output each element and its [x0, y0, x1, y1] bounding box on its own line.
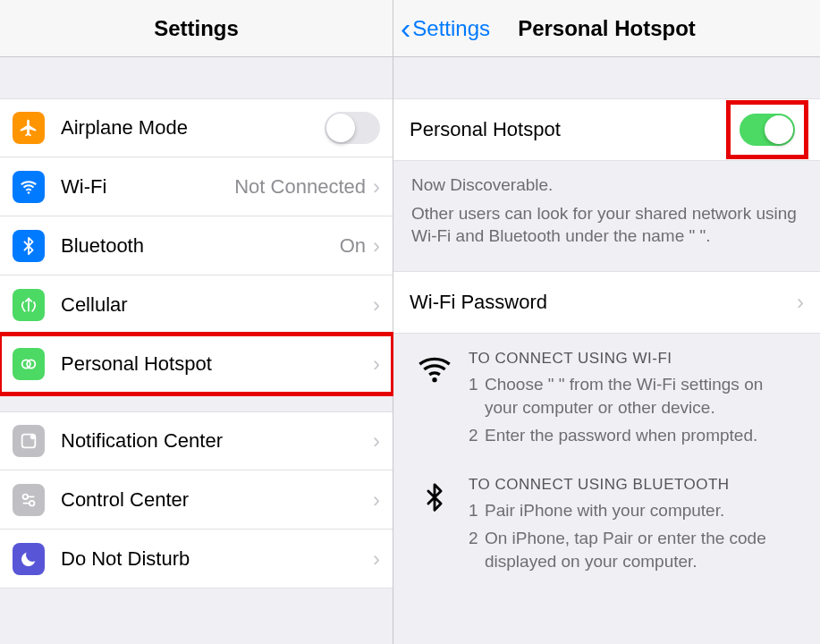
hotspot-toggle-row: Personal Hotspot — [393, 98, 820, 161]
hotspot-toggle[interactable] — [740, 114, 795, 146]
chevron-right-icon: › — [373, 292, 380, 318]
chevron-right-icon: › — [373, 174, 380, 199]
svg-point-4 — [30, 435, 36, 440]
hotspot-icon — [13, 348, 45, 380]
svg-point-0 — [28, 191, 30, 194]
chevron-right-icon: › — [373, 487, 380, 513]
moon-icon — [13, 543, 45, 575]
svg-point-5 — [23, 494, 28, 499]
chevron-right-icon: › — [373, 352, 380, 377]
sidebar-item-cellular[interactable]: Cellular › — [0, 275, 393, 335]
wifi-instructions: TO CONNECT USING WI-FI 1Choose " " from … — [393, 334, 820, 460]
left-navbar: Settings — [0, 0, 393, 57]
sidebar-item-do-not-disturb[interactable]: Do Not Disturb › — [0, 530, 393, 589]
bluetooth-glyph-icon — [415, 478, 454, 517]
wifi-instr-step-2: 2Enter the password when prompted. — [469, 424, 800, 447]
wifi-instr-step-1: 1Choose " " from the Wi-Fi settings on y… — [469, 373, 800, 419]
bt-instr-head: TO CONNECT USING BLUETOOTH — [469, 476, 800, 494]
wifi-icon — [13, 171, 45, 203]
detail-pane: ‹ Settings Personal Hotspot Personal Hot… — [393, 0, 820, 644]
do-not-disturb-label: Do Not Disturb — [61, 547, 373, 571]
right-navbar: ‹ Settings Personal Hotspot — [393, 0, 820, 57]
chevron-right-icon: › — [373, 233, 380, 258]
sidebar-item-personal-hotspot[interactable]: Personal Hotspot › — [0, 335, 393, 394]
discoverable-note: Now Discoverable. Other users can look f… — [393, 161, 820, 248]
back-button[interactable]: ‹ Settings — [401, 16, 490, 41]
airplane-toggle[interactable] — [325, 112, 380, 144]
sidebar-item-bluetooth[interactable]: Bluetooth On › — [0, 216, 393, 275]
svg-point-7 — [432, 377, 436, 382]
hotspot-toggle-label: Personal Hotspot — [410, 118, 731, 141]
right-title: Personal Hotspot — [518, 16, 696, 41]
notification-center-icon — [13, 425, 45, 457]
wifi-label: Wi-Fi — [61, 175, 234, 199]
hotspot-label: Personal Hotspot — [61, 352, 373, 376]
note-line-1: Now Discoverable. — [411, 174, 802, 197]
bluetooth-instructions: TO CONNECT USING BLUETOOTH 1Pair iPhone … — [393, 460, 820, 586]
chevron-right-icon: › — [797, 290, 804, 315]
settings-sidebar: Settings Airplane Mode Wi-Fi Not Connect… — [0, 0, 393, 644]
back-label: Settings — [412, 16, 490, 41]
wifi-instr-head: TO CONNECT USING WI-FI — [469, 350, 800, 368]
sidebar-item-airplane-mode[interactable]: Airplane Mode — [0, 98, 393, 157]
chevron-left-icon: ‹ — [401, 18, 410, 39]
note-line-2: Other users can look for your shared net… — [411, 202, 802, 248]
sidebar-item-wifi[interactable]: Wi-Fi Not Connected › — [0, 157, 393, 216]
sidebar-item-control-center[interactable]: Control Center › — [0, 470, 393, 530]
sidebar-item-notification-center[interactable]: Notification Center › — [0, 411, 393, 470]
control-center-label: Control Center — [61, 488, 373, 512]
cellular-label: Cellular — [61, 293, 373, 317]
bluetooth-label: Bluetooth — [61, 234, 340, 258]
left-title: Settings — [154, 16, 239, 41]
bluetooth-value: On — [340, 234, 366, 258]
bluetooth-icon — [13, 230, 45, 262]
wifi-password-label: Wi-Fi Password — [410, 291, 797, 314]
airplane-label: Airplane Mode — [61, 116, 325, 140]
control-center-icon — [13, 484, 45, 516]
bt-instr-step-2: 2On iPhone, tap Pair or enter the code d… — [469, 527, 800, 572]
wifi-password-row[interactable]: Wi-Fi Password › — [393, 271, 820, 334]
highlight-toggle — [731, 105, 804, 155]
cellular-icon — [13, 289, 45, 321]
svg-point-6 — [30, 500, 34, 505]
notification-center-label: Notification Center — [61, 429, 373, 453]
bt-instr-step-1: 1Pair iPhone with your computer. — [469, 499, 800, 522]
wifi-value: Not Connected — [234, 175, 366, 199]
chevron-right-icon: › — [373, 428, 380, 453]
wifi-glyph-icon — [415, 352, 454, 387]
chevron-right-icon: › — [373, 547, 380, 572]
airplane-icon — [13, 112, 45, 144]
